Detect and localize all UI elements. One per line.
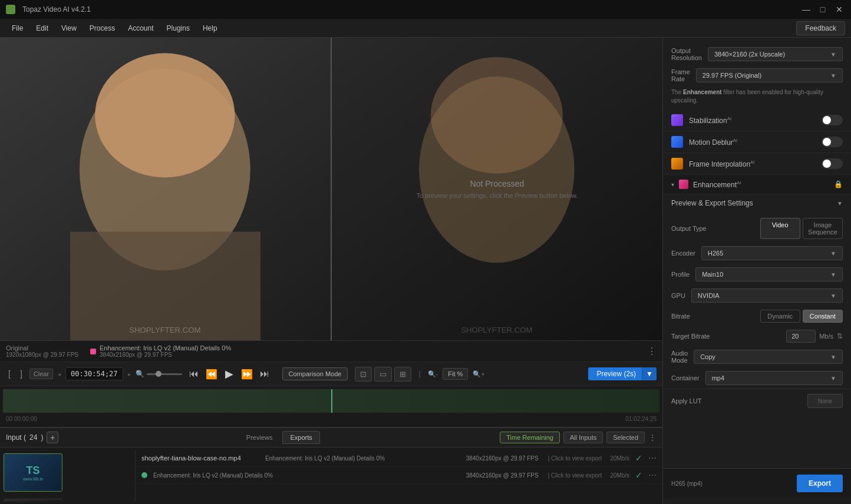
menu-account[interactable]: Account	[122, 22, 159, 35]
tab-exports[interactable]: Exports	[282, 431, 319, 444]
constant-bitrate-button[interactable]: Constant	[803, 310, 843, 323]
add-input-button[interactable]: +	[47, 432, 58, 443]
frame-interpolation-toggle[interactable]	[822, 158, 843, 169]
frame-rate-dropdown[interactable]: 29.97 FPS (Original) ▼	[696, 68, 843, 82]
collapse-icon[interactable]: ▾	[671, 181, 674, 188]
timeline-start-time: 00:00:00;00	[6, 416, 37, 422]
title-bar: Topaz Video AI v4.2.1 — □ ✕	[0, 0, 851, 19]
overlay-view-button[interactable]: ⊞	[394, 367, 411, 382]
bracket-open-button[interactable]: [	[6, 368, 13, 380]
menu-plugins[interactable]: Plugins	[161, 22, 196, 35]
ts-url: www.98t.tv	[23, 477, 43, 481]
preview-export-arrow-icon[interactable]: ▼	[837, 200, 843, 207]
bracket-close-button[interactable]: ]	[18, 368, 25, 380]
file-thumb-2[interactable]	[4, 499, 62, 502]
filename-1: shoplyfter-tiana-blow-case-no.mp4	[141, 455, 259, 462]
skip-start-button[interactable]: ⏮	[187, 369, 201, 379]
timeline-needle[interactable]	[331, 389, 332, 413]
preview-button[interactable]: Preview (2s)	[588, 367, 644, 380]
video-preview: SHOPLYFTER.COM	[0, 38, 662, 340]
menu-help[interactable]: Help	[197, 22, 223, 35]
timeline-track[interactable]	[3, 389, 659, 413]
queue-check-1[interactable]: ✓	[635, 453, 642, 463]
skip-end-button[interactable]: ⏭	[258, 369, 272, 379]
container-arrow-icon: ▼	[830, 375, 836, 382]
preview-dropdown-button[interactable]: ▼	[642, 367, 657, 380]
stabilization-toggle[interactable]	[822, 115, 843, 125]
selected-button[interactable]: Selected	[606, 432, 645, 443]
enhancement-section-header[interactable]: ▾ EnhancementAI 🔒	[663, 175, 851, 194]
menu-process[interactable]: Process	[84, 22, 121, 35]
split-view-button[interactable]: ⊡	[355, 367, 372, 382]
preview-export-header[interactable]: Preview & Export Settings ▼	[663, 194, 851, 212]
motion-deblur-label: Motion DeblurAI	[689, 138, 816, 147]
dropdown-arrow-icon: ▼	[830, 51, 836, 58]
queue-more-2[interactable]: ⋯	[648, 470, 657, 480]
zoom-out-small-icon[interactable]: 🔍-	[428, 370, 438, 378]
timeline-times: 00:00:00;00 01:02:24;25	[0, 416, 662, 422]
file-thumb-1[interactable]: TS www.98t.tv	[4, 453, 62, 492]
queue-items-list: shoplyfter-tiana-blow-case-no.mp4 Enhanc…	[136, 450, 662, 502]
tab-previews[interactable]: Previews	[239, 431, 281, 444]
play-button[interactable]: ▶	[222, 367, 236, 380]
menu-file[interactable]: File	[6, 22, 29, 35]
menu-view[interactable]: View	[55, 22, 83, 35]
all-inputs-button[interactable]: All Inputs	[563, 432, 603, 443]
encoder-dropdown[interactable]: H265 ▼	[701, 246, 843, 260]
apply-lut-button[interactable]: None	[807, 394, 843, 408]
minimize-button[interactable]: —	[800, 5, 812, 14]
info-more-button[interactable]: ⋮	[647, 346, 657, 357]
zoom-out-icon: 🔍	[136, 370, 144, 378]
motion-deblur-icon	[671, 136, 683, 148]
lock-icon[interactable]: 🔒	[834, 180, 843, 188]
maximize-button[interactable]: □	[817, 5, 829, 14]
menu-edit[interactable]: Edit	[30, 22, 54, 35]
export-button[interactable]: Export	[797, 475, 843, 492]
chevron-left-icon[interactable]: ◂	[58, 371, 61, 377]
controls-bar: [ ] Clear ◂ 00:30:54;27 ▸ 🔍 ⏮ ⏪ ▶ ⏩ ⏭ Co…	[0, 362, 662, 386]
container-dropdown[interactable]: mp4 ▼	[705, 371, 843, 385]
stabilization-row: StabilizationAI	[663, 110, 851, 131]
step-back-button[interactable]: ⏪	[204, 369, 219, 380]
bitrate-unit: Mb/s	[819, 333, 833, 340]
side-view-button[interactable]: ▭	[374, 367, 392, 382]
audio-mode-dropdown[interactable]: Copy ▼	[694, 350, 843, 364]
profile-dropdown[interactable]: Main10 ▼	[695, 267, 843, 281]
queue-item-1[interactable]: shoplyfter-tiana-blow-case-no.mp4 Enhanc…	[136, 450, 662, 467]
close-button[interactable]: ✕	[833, 5, 845, 14]
gpu-dropdown[interactable]: NVIDIA ▼	[691, 289, 843, 303]
output-resolution-dropdown[interactable]: 3840×2160 (2x Upscale) ▼	[708, 47, 843, 61]
clear-button[interactable]: Clear	[29, 369, 53, 379]
queue-more-button[interactable]: ⋮	[648, 433, 657, 442]
content-area: SHOPLYFTER.COM	[0, 38, 662, 504]
image-sequence-type-button[interactable]: Image Sequence	[803, 218, 843, 239]
time-remaining-button[interactable]: Time Remaining	[500, 432, 560, 443]
video-type-button[interactable]: Video	[760, 218, 800, 239]
timeline[interactable]: 00:00:00;00 01:02:24;25	[0, 386, 662, 427]
chevron-right-icon[interactable]: ▸	[128, 371, 131, 377]
comparison-mode-button[interactable]: Comparison Mode	[282, 367, 348, 380]
motion-deblur-toggle[interactable]	[822, 137, 843, 147]
bitrate-stepper-icon[interactable]: ⇅	[837, 332, 843, 340]
queue-more-1[interactable]: ⋯	[648, 453, 657, 463]
ts-text: TS	[26, 465, 39, 477]
queue-item-2[interactable]: Enhancement: Iris LQ v2 (Manual) Details…	[136, 467, 662, 484]
tab-area: Previews Exports	[58, 429, 500, 446]
queue-check-2[interactable]: ✓	[635, 470, 642, 480]
zoom-in-small-icon[interactable]: 🔍+	[473, 370, 484, 378]
input-title: Input (	[6, 433, 26, 442]
fit-select[interactable]: Fit %	[443, 368, 468, 380]
queue-content: TS www.98t.tv ana-blow-case-no.mp4 auaht…	[0, 450, 662, 502]
bitrate-row: Bitrate Dynamic Constant	[663, 306, 851, 326]
target-bitrate-input[interactable]	[786, 330, 816, 343]
zoom-slider[interactable]	[147, 373, 182, 375]
dynamic-bitrate-button[interactable]: Dynamic	[760, 310, 800, 323]
thumbnail-list: TS www.98t.tv ana-blow-case-no.mp4 auaht…	[0, 450, 136, 502]
step-forward-button[interactable]: ⏩	[240, 369, 254, 380]
enhancement-info: Enhancement: Iris LQ v2 (Manual) Details…	[100, 344, 231, 358]
profile-arrow-icon: ▼	[830, 271, 836, 278]
feedback-button[interactable]: Feedback	[796, 21, 845, 35]
queue-controls: Time Remaining All Inputs Selected ⋮	[500, 432, 657, 443]
gpu-label: GPU	[671, 292, 685, 299]
menu-items: File Edit View Process Account Plugins H…	[6, 22, 223, 35]
